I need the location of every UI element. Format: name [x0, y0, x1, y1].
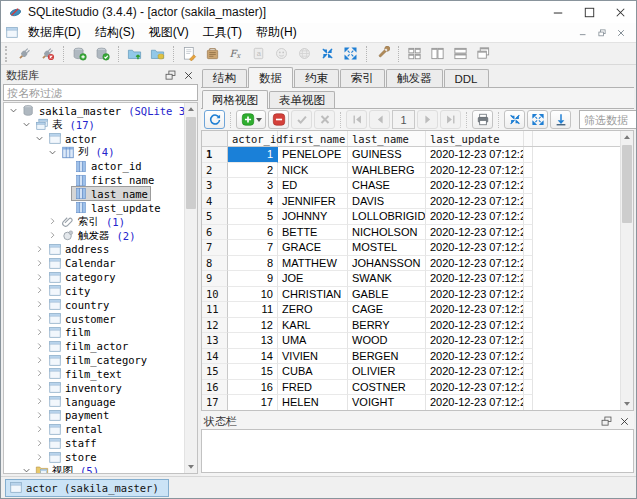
grid-cell[interactable]: HELEN — [278, 395, 348, 410]
grid-cell[interactable]: JOHANSSON — [348, 256, 426, 272]
grid-cell[interactable]: PENELOPE — [278, 147, 348, 163]
grid-cell[interactable]: 2020-12-23 07:12:29 — [426, 147, 524, 163]
tree-item-film[interactable]: film — [4, 326, 184, 340]
refresh-button[interactable] — [204, 110, 225, 129]
plugins-button[interactable] — [293, 43, 316, 64]
grid-cell[interactable]: 2020-12-23 07:12:29 — [426, 349, 524, 365]
tree-item-表[interactable]: 表(17) — [4, 118, 184, 132]
next-page-button[interactable] — [417, 110, 438, 129]
grid-cell[interactable]: CHRISTIAN — [278, 287, 348, 303]
tree-item-film_text[interactable]: film_text — [4, 367, 184, 381]
row-number[interactable]: 3 — [202, 178, 228, 194]
grid-cell[interactable]: CAGE — [348, 302, 426, 318]
collapse-columns-button[interactable] — [504, 110, 525, 129]
cascade-windows-button[interactable] — [472, 43, 495, 64]
close-button[interactable] — [605, 1, 636, 23]
commit-button[interactable] — [291, 110, 312, 129]
row-number[interactable]: 12 — [202, 318, 228, 334]
tab-2[interactable]: 约束 — [294, 69, 339, 87]
row-number[interactable]: 17 — [202, 395, 228, 410]
grid-cell[interactable]: 2020-12-23 07:12:29 — [426, 287, 524, 303]
grid-cell[interactable]: 2020-12-23 07:12:29 — [426, 333, 524, 349]
grid-cell[interactable]: 8 — [228, 256, 278, 272]
page-number-box[interactable]: 1 — [392, 110, 415, 129]
grid-cell[interactable]: 2020-12-23 07:12:29 — [426, 178, 524, 194]
grid-cell[interactable]: 4 — [228, 194, 278, 210]
tile-horizontal-button[interactable] — [449, 43, 472, 64]
tree-item-last_update[interactable]: last_update — [4, 201, 184, 215]
scroll-down-icon[interactable] — [621, 397, 633, 410]
chevron-right-icon[interactable] — [33, 354, 46, 367]
ddl-history-button[interactable] — [201, 43, 224, 64]
tree-item-film_category[interactable]: film_category — [4, 353, 184, 367]
grid-cell[interactable]: GRACE — [278, 240, 348, 256]
expand-columns-button[interactable] — [527, 110, 548, 129]
close-button[interactable] — [181, 68, 195, 82]
menu-item-2[interactable]: 视图(V) — [142, 23, 196, 42]
grid-cell[interactable]: JOE — [278, 271, 348, 287]
grid-cell[interactable]: ED — [278, 178, 348, 194]
grid-cell[interactable]: 10 — [228, 287, 278, 303]
disconnect-button[interactable] — [36, 43, 59, 64]
grid-cell[interactable]: BERRY — [348, 318, 426, 334]
sql-editor-button[interactable] — [178, 43, 201, 64]
view-tab-1[interactable]: 表单视图 — [269, 91, 335, 108]
row-number[interactable]: 11 — [202, 302, 228, 318]
chevron-down-icon[interactable] — [46, 146, 59, 159]
grid-cell[interactable]: GUINESS — [348, 147, 426, 163]
chevron-right-icon[interactable] — [33, 367, 46, 380]
row-number[interactable]: 10 — [202, 287, 228, 303]
grid-cell[interactable]: NICHOLSON — [348, 225, 426, 241]
tree-item-payment[interactable]: payment — [4, 409, 184, 423]
tree-item-sakila_master[interactable]: sakila_master(SQLite 3) — [4, 104, 184, 118]
grid-cell[interactable]: 15 — [228, 364, 278, 380]
grid-cell[interactable]: WAHLBERG — [348, 163, 426, 179]
tree-filter-input[interactable] — [3, 84, 198, 101]
connect-button[interactable] — [13, 43, 36, 64]
restore-session-button[interactable] — [123, 43, 146, 64]
chevron-right-icon[interactable] — [46, 229, 59, 242]
chevron-down-icon[interactable] — [20, 464, 33, 473]
grid-cell[interactable]: JENNIFER — [278, 194, 348, 210]
grid-cell[interactable]: CUBA — [278, 364, 348, 380]
grid-cell[interactable]: ZERO — [278, 302, 348, 318]
grid-cell[interactable]: 13 — [228, 333, 278, 349]
tree-item-触发器[interactable]: 触发器(2) — [4, 229, 184, 243]
collapse-windows-button[interactable] — [316, 43, 339, 64]
view-tab-0[interactable]: 网格视图 — [202, 90, 268, 109]
grid-cell[interactable]: MOSTEL — [348, 240, 426, 256]
toolbar-drag-handle[interactable] — [5, 46, 10, 62]
grid-cell[interactable]: COSTNER — [348, 380, 426, 396]
prev-page-button[interactable] — [369, 110, 390, 129]
tree-item-address[interactable]: address — [4, 242, 184, 256]
grid-cell[interactable]: 16 — [228, 380, 278, 396]
row-number[interactable]: 4 — [202, 194, 228, 210]
tree-item-actor_id[interactable]: actor_id — [4, 159, 184, 173]
grid-cell[interactable]: WOOD — [348, 333, 426, 349]
delete-row-button[interactable] — [268, 110, 289, 129]
tree-item-索引[interactable]: 索引(1) — [4, 215, 184, 229]
chevron-right-icon[interactable] — [33, 423, 46, 436]
grid-cell[interactable]: LOLLOBRIGIDA — [348, 209, 426, 225]
row-number[interactable]: 5 — [202, 209, 228, 225]
chevron-right-icon[interactable] — [33, 340, 46, 353]
first-page-button[interactable] — [346, 110, 367, 129]
grid-cell[interactable]: 5 — [228, 209, 278, 225]
tree-item-last_name[interactable]: last_name — [4, 187, 184, 201]
grid-cell[interactable]: CHASE — [348, 178, 426, 194]
grid-cell[interactable]: KARL — [278, 318, 348, 334]
tree-item-first_name[interactable]: first_name — [4, 173, 184, 187]
grid-cell[interactable]: GABLE — [348, 287, 426, 303]
tree-item-customer[interactable]: customer — [4, 312, 184, 326]
chevron-right-icon[interactable] — [33, 298, 46, 311]
extensions-button[interactable] — [270, 43, 293, 64]
column-header-last_update[interactable]: last_update — [426, 131, 524, 146]
grid-cell[interactable]: 2020-12-23 07:12:29 — [426, 209, 524, 225]
chevron-right-icon[interactable] — [33, 381, 46, 394]
chevron-down-icon[interactable] — [33, 132, 46, 145]
scroll-down-icon[interactable] — [185, 460, 197, 473]
row-number[interactable]: 14 — [202, 349, 228, 365]
mdi-minimize-button[interactable] — [577, 27, 588, 38]
grid-cell[interactable]: VOIGHT — [348, 395, 426, 410]
mdi-restore-button[interactable] — [596, 27, 607, 38]
